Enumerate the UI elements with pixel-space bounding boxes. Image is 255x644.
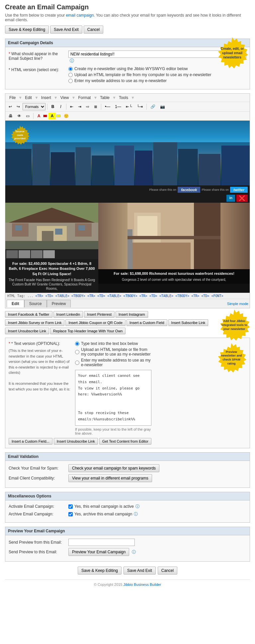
insert-fb-twitter-btn[interactable]: Insert Facebook & Twitter	[5, 311, 52, 318]
insert-survey-btn[interactable]: Insert Jibbio Survey or Form Link	[5, 319, 64, 326]
compat-btn[interactable]: View your email in different email progr…	[68, 474, 152, 482]
bottom-save-exit-button[interactable]: Save And Exit	[124, 567, 156, 575]
align-left-button[interactable]: ⇤	[68, 103, 75, 110]
archive-checkbox[interactable]	[68, 512, 73, 516]
menu-format[interactable]: Format	[75, 94, 93, 101]
undo-button[interactable]: ↩	[7, 103, 14, 110]
menu-table[interactable]: Table	[97, 94, 112, 101]
highlight-button[interactable]: A	[48, 113, 56, 119]
link-button[interactable]: 🔗	[148, 103, 157, 110]
font-color-swatch[interactable]	[43, 115, 47, 117]
insert-custom-field-text-btn[interactable]: Insert a Custom Field...	[9, 438, 52, 445]
top-save-keep-button[interactable]: Save & Keep Editing	[5, 26, 49, 34]
insert-instagram-btn[interactable]: Insert Instagram	[116, 311, 148, 318]
insert-subscribe-btn[interactable]: Insert Subscribe Link	[168, 319, 209, 326]
insert-unsubscribe-btn[interactable]: Insert Unsubscribe Link	[5, 328, 49, 334]
facebook-btn[interactable]: facebook	[178, 187, 200, 193]
spam-check-btn[interactable]: Check your email campaign for spam keywo…	[68, 464, 159, 472]
insert-unsubscribe-text-btn[interactable]: Insert Unsubscribe Link	[54, 438, 98, 445]
highlight-swatch[interactable]	[56, 115, 60, 117]
menu-insert[interactable]: Insert	[39, 94, 54, 101]
subject-help-icon[interactable]: ⓘ	[70, 58, 74, 63]
tab-source[interactable]: Source	[24, 300, 47, 307]
top-save-exit-button[interactable]: Save And Exit	[50, 26, 82, 34]
archive-checkbox-label[interactable]: Yes, archive this email campaign ⓘ	[68, 511, 138, 517]
pinterest-btn[interactable]: ❌	[236, 195, 248, 202]
preview-help-icon[interactable]: ⓘ	[132, 550, 136, 554]
fullscreen-button[interactable]: ▭	[24, 113, 32, 119]
left-listing-desc: The Front Facade Has Been Redesigned! It…	[8, 278, 96, 291]
tag-tr-1[interactable]: <TR>	[35, 294, 43, 298]
bullet-list-button[interactable]: •—	[103, 103, 112, 110]
text-option-3[interactable]: Enter my website address to use as my e-…	[75, 358, 151, 367]
simple-mode-link[interactable]: Simple mode	[227, 302, 248, 306]
print-button[interactable]: 🖶	[7, 113, 15, 119]
activate-checkbox[interactable]	[68, 504, 73, 509]
activate-checkbox-label[interactable]: Yes, this email campaign is active ⓘ	[68, 504, 139, 509]
replace-header-btn[interactable]: Replace Top Header Image With Your Own	[50, 328, 126, 334]
tag-td-1[interactable]: <TD>	[45, 294, 53, 298]
editor-canvas[interactable]: Sourcecodeprovided	[5, 121, 250, 293]
tag-td-3[interactable]: <TD>	[149, 294, 157, 298]
tag-tbody-1[interactable]: <TBODY>	[71, 294, 85, 298]
tab-edit[interactable]: Edit	[7, 300, 24, 307]
text-option-2[interactable]: Upload an HTML template or file from my …	[75, 347, 151, 357]
font-color-button[interactable]: A	[35, 113, 42, 119]
menu-view[interactable]: View	[58, 94, 72, 101]
menu-edit[interactable]: Edit	[22, 94, 35, 101]
bottom-cancel-button[interactable]: Cancel	[158, 567, 177, 575]
formats-select[interactable]: Formats	[23, 103, 45, 110]
tag-td-2[interactable]: <TD>	[97, 294, 105, 298]
align-center-button[interactable]: ⇥	[76, 103, 83, 110]
image-button[interactable]: 📷	[158, 103, 167, 110]
tag-font[interactable]: <FONT>	[211, 294, 223, 298]
twitter-btn[interactable]: twitter	[230, 187, 248, 193]
outdent-button[interactable]: ⇤└	[124, 103, 134, 110]
footer-link[interactable]: Jibbio Business Builder	[124, 583, 161, 587]
html-option-3[interactable]: Enter my website address to use as my e-…	[68, 78, 246, 83]
menu-file[interactable]: File	[7, 94, 18, 101]
text-option-1[interactable]: Type text into the text box below	[75, 341, 151, 346]
bottom-save-keep-button[interactable]: Save & Keep Editing	[78, 567, 122, 575]
insert-linkedin-btn[interactable]: Insert Linkedin	[53, 311, 83, 318]
bold-button[interactable]: B	[49, 103, 56, 110]
activate-help-icon[interactable]: ⓘ	[135, 504, 139, 509]
tag-tr-4[interactable]: <TR>	[191, 294, 199, 298]
preview-from-input[interactable]	[68, 539, 135, 546]
preview-email-btn[interactable]: Preview Your Email Campaign	[68, 548, 129, 556]
menu-tools[interactable]: Tools	[116, 94, 131, 101]
insert-coupon-btn[interactable]: Insert Jibbio Coupon or QR Code	[65, 319, 126, 326]
num-list-button[interactable]: 1—	[113, 103, 123, 110]
tab-preview[interactable]: Preview	[47, 300, 71, 307]
tag-tr-2[interactable]: <TR>	[87, 294, 95, 298]
get-text-content-btn[interactable]: Get Text Content from Editor	[99, 438, 151, 445]
html-version-label: * HTML version (select one):	[9, 66, 68, 72]
email-content-box[interactable]: Your email client cannot see this email.…	[75, 370, 151, 426]
italic-button[interactable]: I	[57, 103, 64, 110]
linkedin-btn[interactable]: in	[226, 195, 235, 202]
emoji-button[interactable]: 🙂	[62, 113, 71, 119]
tag-table-2[interactable]: <TABLE>	[107, 294, 121, 298]
svg-rect-3	[51, 152, 75, 185]
align-justify-button[interactable]: ≣	[92, 103, 99, 110]
archive-help-icon[interactable]: ⓘ	[134, 511, 138, 517]
preview-to-label: Send Preview to this Email:	[9, 550, 68, 554]
insert-pinterest-btn[interactable]: Insert Pinterest	[84, 311, 115, 318]
tag-tbody-3[interactable]: <TBODY>	[175, 294, 189, 298]
tag-table-3[interactable]: <TABLE>	[159, 294, 173, 298]
top-cancel-button[interactable]: Cancel	[84, 26, 103, 34]
align-right-button[interactable]: ⇨	[84, 103, 91, 110]
tag-td-4[interactable]: <TD>	[201, 294, 209, 298]
indent-button[interactable]: └⇥	[134, 103, 145, 110]
thumb-2	[19, 250, 30, 258]
insert-custom-field-btn[interactable]: Insert a Custom Field	[127, 319, 167, 326]
html-tag-bar: HTML Tag: ... <TR> <TD> <TABLE> <TBODY> …	[5, 293, 250, 299]
tag-tbody-2[interactable]: <TBODY>	[123, 294, 137, 298]
please-share-fb: Please share this on	[149, 188, 177, 191]
email-campaign-link[interactable]: email campaign	[66, 13, 94, 18]
html-option-2[interactable]: Upload an HTML template or file from my …	[68, 72, 246, 77]
preview-button[interactable]: 👁	[15, 113, 23, 119]
redo-button[interactable]: ↪	[15, 103, 22, 110]
tag-tr-3[interactable]: <TR>	[139, 294, 147, 298]
tag-table-1[interactable]: <TABLE>	[55, 294, 69, 298]
